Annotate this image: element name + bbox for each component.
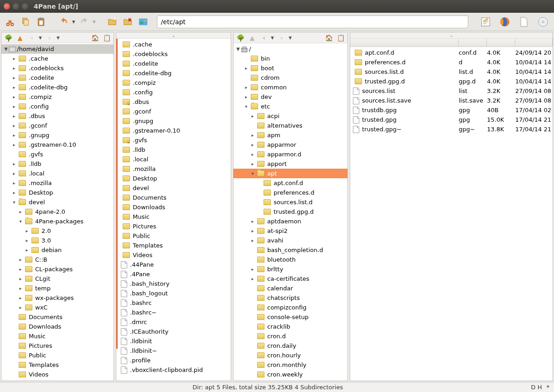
- list-item[interactable]: .compiz: [118, 78, 231, 88]
- list-item[interactable]: Documents: [118, 193, 231, 202]
- detail-row[interactable]: preferences.dd4.0K10/04/14 14: [350, 57, 553, 67]
- list-item[interactable]: .ICEauthority: [118, 327, 231, 336]
- firefox-icon[interactable]: [497, 15, 512, 29]
- list-item[interactable]: Public: [118, 231, 231, 241]
- cut-icon[interactable]: [4, 15, 16, 28]
- list-item[interactable]: .lldbinit~: [118, 346, 231, 356]
- left-list-collapse[interactable]: ⌄: [116, 32, 231, 39]
- list-item[interactable]: .vboxclient-clipboard.pid: [118, 365, 231, 375]
- tree-item[interactable]: ▸Desktop: [1, 188, 114, 197]
- disc-icon[interactable]: [536, 15, 550, 29]
- tree-item[interactable]: alternatives: [233, 121, 347, 130]
- image-icon[interactable]: [137, 15, 150, 28]
- tree-item[interactable]: ▸.lldb: [1, 159, 114, 169]
- tree-item[interactable]: ▸.codelite: [1, 73, 114, 83]
- detail-row[interactable]: sources.list.savelist.save3.2K27/09/14 0…: [350, 96, 553, 105]
- tree-item[interactable]: cdrom: [233, 73, 347, 83]
- back-icon[interactable]: ‹: [28, 34, 36, 42]
- tree-item[interactable]: Documents: [1, 312, 114, 322]
- tree-item[interactable]: ▸wxC: [1, 303, 114, 312]
- tree-item[interactable]: Public: [1, 351, 114, 360]
- list-item[interactable]: .gvfs: [118, 135, 231, 145]
- tree-item[interactable]: ▸.compiz: [1, 92, 114, 102]
- detail-row[interactable]: trusted.gpg~gpg~13.8K17/04/14 21: [350, 124, 553, 134]
- clipboard-icon[interactable]: 📋: [103, 34, 111, 42]
- redo-dropdown[interactable]: ▼: [93, 20, 96, 24]
- tree-item[interactable]: bluetooth: [233, 255, 347, 264]
- tree-item[interactable]: ▾apt: [233, 169, 347, 178]
- list-item[interactable]: .local: [118, 155, 231, 164]
- right-detail-collapse[interactable]: ⌄: [350, 32, 553, 39]
- list-item[interactable]: .cache: [118, 40, 231, 49]
- list-item[interactable]: .lldb: [118, 145, 231, 155]
- detail-row[interactable]: trusted.gpg.dgpg.d4.0K10/04/14 14: [350, 77, 553, 86]
- back-icon[interactable]: ‹: [260, 34, 268, 42]
- tree-item[interactable]: ▸C::B: [1, 255, 114, 264]
- tree-item[interactable]: sources.list.d: [233, 197, 347, 207]
- tree-item[interactable]: ▸.mozilla: [1, 178, 114, 188]
- tree-item[interactable]: ▸.gconf: [1, 121, 114, 130]
- tree-item[interactable]: apt.conf.d: [233, 178, 347, 188]
- detail-column-headers[interactable]: [350, 39, 553, 47]
- tree-icon[interactable]: 🌳: [4, 34, 12, 42]
- document-icon[interactable]: [517, 15, 531, 29]
- new-folder-icon[interactable]: ★: [106, 15, 119, 28]
- notepad-icon[interactable]: [478, 15, 493, 29]
- tree-item[interactable]: preferences.d: [233, 188, 347, 197]
- tree-item[interactable]: ▸CLgit: [1, 274, 114, 284]
- home-icon[interactable]: 🏠: [91, 34, 99, 42]
- list-item[interactable]: .bashrc~: [118, 308, 231, 317]
- tree-item[interactable]: ▸.config: [1, 102, 114, 111]
- tree-root[interactable]: ▼ /home/david: [1, 44, 114, 54]
- list-item[interactable]: .gnupg: [118, 116, 231, 126]
- tree-item[interactable]: ▾etc: [233, 102, 347, 111]
- list-item[interactable]: .gstreamer-0.10: [118, 126, 231, 135]
- tree-item[interactable]: ▸ca-certificates: [233, 274, 347, 284]
- tree-item[interactable]: cron.monthly: [233, 360, 347, 370]
- list-item[interactable]: .profile: [118, 356, 231, 365]
- tree-item[interactable]: ▸3.0: [1, 236, 114, 245]
- tree-item[interactable]: ▸common: [233, 83, 347, 92]
- list-item[interactable]: Videos: [118, 250, 231, 260]
- copy-icon[interactable]: [19, 15, 32, 28]
- list-item[interactable]: .dbus: [118, 97, 231, 107]
- tree-item[interactable]: bin: [233, 54, 347, 63]
- tree-item[interactable]: cracklib: [233, 322, 347, 331]
- tree-item[interactable]: ▸acpi: [233, 111, 347, 121]
- tree-item[interactable]: ▸boot: [233, 63, 347, 73]
- undo-dropdown[interactable]: ▼: [72, 20, 75, 24]
- tree-item[interactable]: ▸apparmor.d: [233, 150, 347, 159]
- up-icon[interactable]: ▲: [16, 34, 24, 42]
- tree-item[interactable]: Videos: [1, 370, 114, 379]
- detail-row[interactable]: sources.listlist3.2K27/09/14 08: [350, 86, 553, 96]
- tree-item[interactable]: Pictures: [1, 341, 114, 351]
- left-list-content[interactable]: .cache.codeblocks.codelite.codelite-dbg.…: [116, 39, 231, 381]
- tree-item[interactable]: ▸temp: [1, 284, 114, 293]
- clipboard-icon[interactable]: 📋: [337, 34, 345, 42]
- tree-item[interactable]: ▸brltty: [233, 264, 347, 274]
- list-item[interactable]: .mozilla: [118, 164, 231, 174]
- list-item[interactable]: .codelite: [118, 59, 231, 68]
- tree-icon[interactable]: 🌳: [236, 34, 244, 42]
- tree-item[interactable]: ▸.codelite-dbg: [1, 83, 114, 92]
- right-detail-content[interactable]: apt.conf.dconf.d4.0K24/09/14 20preferenc…: [350, 47, 553, 381]
- delete-folder-icon[interactable]: [121, 15, 134, 28]
- tree-item[interactable]: ▸2.0: [1, 226, 114, 236]
- list-item[interactable]: Music: [118, 212, 231, 222]
- tree-item[interactable]: ▸debian: [1, 245, 114, 255]
- list-item[interactable]: .bash_history: [118, 279, 231, 289]
- tree-item[interactable]: cron.hourly: [233, 351, 347, 360]
- detail-row[interactable]: trusted.gpggpg15.0K17/04/14 21: [350, 115, 553, 124]
- tree-item[interactable]: .gvfs: [1, 150, 114, 159]
- list-item[interactable]: .dmrc: [118, 317, 231, 327]
- tree-item[interactable]: cron.d: [233, 331, 347, 341]
- detail-row[interactable]: apt.conf.dconf.d4.0K24/09/14 20: [350, 48, 553, 57]
- tree-item[interactable]: ▸CL-packages: [1, 264, 114, 274]
- list-item[interactable]: .4Pane: [118, 269, 231, 279]
- tree-item[interactable]: console-setup: [233, 312, 347, 322]
- window-maximize-button[interactable]: [22, 3, 28, 10]
- tree-item[interactable]: Music: [1, 331, 114, 341]
- tree-item[interactable]: ▸.local: [1, 169, 114, 178]
- tree-root[interactable]: ▼ /: [233, 44, 347, 54]
- tree-item[interactable]: chatscripts: [233, 293, 347, 303]
